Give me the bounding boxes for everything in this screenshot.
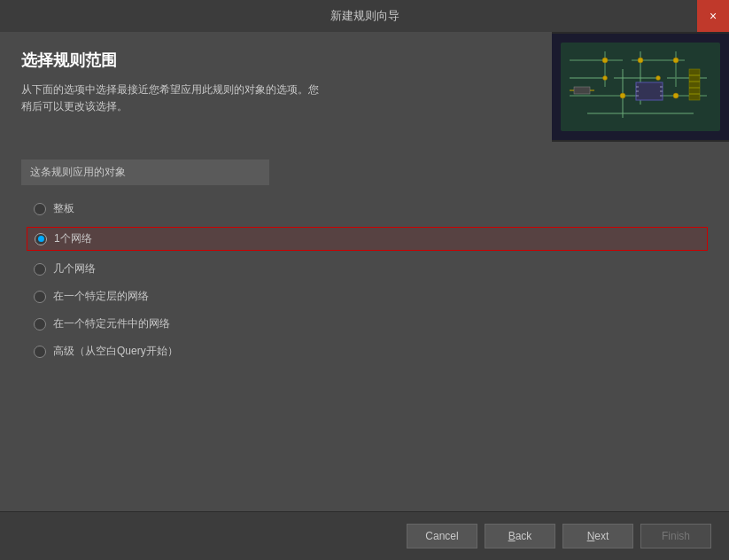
cancel-button[interactable]: Cancel bbox=[407, 524, 477, 548]
radio-item-zhenban[interactable]: 整板 bbox=[30, 199, 708, 218]
back-button[interactable]: Back bbox=[485, 524, 555, 548]
svg-point-20 bbox=[673, 93, 679, 98]
radio-item-advanced[interactable]: 高级（从空白Query开始） bbox=[30, 342, 708, 361]
header-text-block: 选择规则范围 从下面的选项中选择最接近您希望应用此规则的对象的选项。您稍后可以更… bbox=[0, 32, 552, 142]
svg-point-16 bbox=[673, 58, 679, 63]
radio-label-layernetwork: 在一个特定层的网络 bbox=[53, 289, 149, 304]
radio-item-fewnetworks[interactable]: 几个网络 bbox=[30, 260, 708, 278]
header-section: 选择规则范围 从下面的选项中选择最接近您希望应用此规则的对象的选项。您稍后可以更… bbox=[0, 32, 729, 142]
section-label: 这条规则应用的对象 bbox=[21, 159, 269, 185]
next-button[interactable]: Next bbox=[562, 524, 633, 548]
radio-item-layernetwork[interactable]: 在一个特定层的网络 bbox=[30, 287, 708, 306]
svg-point-14 bbox=[602, 58, 608, 63]
svg-point-18 bbox=[656, 76, 661, 81]
radio-label-componentnetwork: 在一个特定元件中的网络 bbox=[53, 316, 170, 331]
title-bar: 新建规则向导 × bbox=[0, 0, 729, 32]
page-description: 从下面的选项中选择最接近您希望应用此规则的对象的选项。您稍后可以更改该选择。 bbox=[21, 82, 531, 115]
footer: Cancel Back Next Finish bbox=[0, 511, 729, 560]
radio-label-advanced: 高级（从空白Query开始） bbox=[53, 344, 178, 359]
page-title: 选择规则范围 bbox=[21, 50, 531, 71]
svg-point-15 bbox=[638, 58, 643, 63]
content-area: 选择规则范围 从下面的选项中选择最接近您希望应用此规则的对象的选项。您稍后可以更… bbox=[0, 32, 729, 511]
svg-point-19 bbox=[620, 93, 625, 98]
radio-circle-1network bbox=[35, 233, 47, 245]
svg-rect-28 bbox=[689, 69, 700, 100]
svg-rect-33 bbox=[574, 87, 590, 94]
radio-circle-componentnetwork bbox=[34, 318, 46, 331]
close-icon: × bbox=[710, 9, 717, 23]
radio-item-componentnetwork[interactable]: 在一个特定元件中的网络 bbox=[30, 315, 708, 333]
dialog-title: 新建规则向导 bbox=[330, 8, 399, 24]
dialog-window: 新建规则向导 × 选择规则范围 从下面的选项中选择最接近您希望应用此规则的对象的… bbox=[0, 0, 729, 560]
radio-label-fewnetworks: 几个网络 bbox=[53, 261, 96, 276]
radio-circle-zhenban bbox=[34, 203, 46, 215]
back-underline-b: Back bbox=[508, 530, 532, 542]
close-button[interactable]: × bbox=[697, 0, 729, 32]
pcb-image bbox=[552, 32, 729, 142]
svg-point-17 bbox=[603, 76, 608, 81]
radio-item-1network[interactable]: 1个网络 bbox=[27, 227, 708, 251]
radio-circle-layernetwork bbox=[34, 291, 46, 303]
radio-circle-fewnetworks bbox=[34, 263, 46, 276]
next-underline-n: Next bbox=[587, 530, 609, 542]
svg-rect-21 bbox=[636, 82, 663, 100]
radio-circle-advanced bbox=[34, 346, 46, 358]
radio-label-zhenban: 整板 bbox=[53, 201, 74, 216]
radio-group: 整板 1个网络 几个网络 在一个特定层的网络 bbox=[21, 199, 708, 361]
main-content: 这条规则应用的对象 整板 1个网络 几个网络 bbox=[0, 142, 729, 511]
radio-label-1network: 1个网络 bbox=[54, 231, 92, 246]
finish-button[interactable]: Finish bbox=[640, 524, 711, 548]
pcb-graphic bbox=[552, 32, 729, 142]
